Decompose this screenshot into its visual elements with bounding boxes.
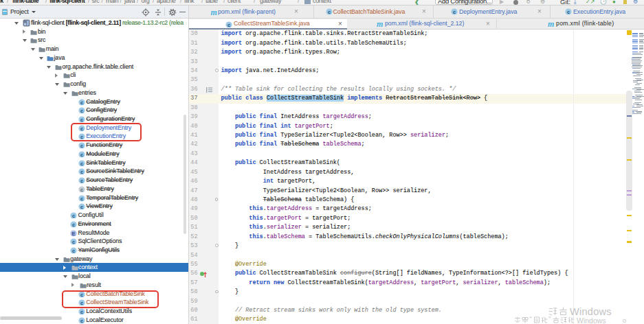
- svg-text:c: c: [72, 221, 75, 227]
- svg-text:c: c: [80, 204, 83, 210]
- svg-text:c: c: [80, 178, 83, 184]
- svg-text:c: c: [80, 99, 83, 105]
- svg-text:c: c: [80, 317, 83, 323]
- svg-text:c: c: [80, 151, 83, 157]
- svg-text:c: c: [80, 116, 83, 122]
- svg-text:c: c: [328, 9, 331, 15]
- svg-text:c: c: [80, 186, 83, 192]
- svg-text:c: c: [72, 239, 75, 245]
- svg-text:c: c: [72, 248, 75, 254]
- svg-text:c: c: [72, 213, 75, 219]
- svg-text:c: c: [453, 9, 456, 15]
- svg-text:E: E: [72, 230, 76, 236]
- svg-text:c: c: [80, 169, 83, 175]
- svg-text:c: c: [80, 143, 83, 149]
- svg-text:c: c: [80, 160, 83, 166]
- svg-text:c: c: [227, 21, 230, 27]
- svg-text:c: c: [567, 9, 570, 15]
- svg-text:c: c: [80, 195, 83, 201]
- svg-text:c: c: [80, 309, 83, 315]
- svg-text:c: c: [80, 108, 83, 114]
